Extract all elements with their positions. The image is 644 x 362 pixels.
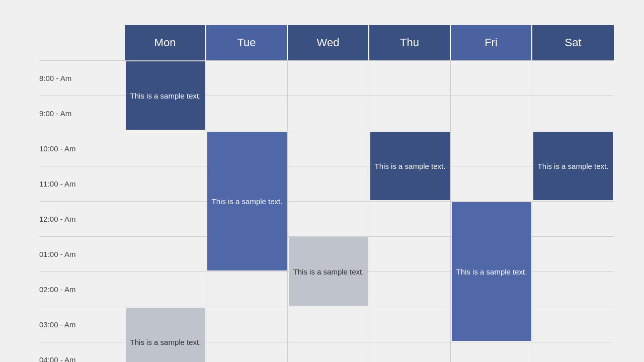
grid-cell: [451, 131, 532, 166]
event-wed-afternoon[interactable]: This is a sample text.: [289, 237, 368, 306]
time-label: 03:00 - Am: [39, 307, 125, 342]
grid-cell: [125, 201, 206, 236]
grid-cell: [206, 272, 288, 307]
grid-cell: [532, 236, 614, 272]
time-label: 8:00 - Am: [39, 60, 125, 96]
time-label: 11:00 - Am: [39, 166, 125, 201]
grid-cell: [125, 236, 206, 272]
day-header-mon: Mon: [125, 25, 206, 60]
time-header-spacer: [39, 25, 125, 60]
time-label: 10:00 - Am: [39, 131, 125, 166]
grid-rows: This is a sample text.This is a sample t…: [125, 60, 614, 362]
day-header-wed: Wed: [288, 25, 369, 60]
grid-cell: [532, 60, 614, 96]
grid-cell: [532, 342, 614, 362]
day-header-tue: Tue: [206, 25, 288, 60]
grid-cell: [369, 96, 451, 131]
grid-cell: [125, 166, 206, 201]
grid-cell: [288, 342, 369, 362]
day-headers: MonTueWedThuFriSat: [125, 25, 614, 60]
grid-cell: [288, 166, 369, 201]
event-mon-morning[interactable]: This is a sample text.: [126, 61, 205, 130]
time-label: 04:00 - Am: [39, 342, 125, 362]
grid-cell: [451, 96, 532, 131]
grid-cell: [125, 131, 206, 166]
grid-cell: [451, 60, 532, 96]
event-fri-afternoon[interactable]: This is a sample text.: [452, 202, 531, 341]
grid-cell: [369, 272, 451, 307]
time-column: 8:00 - Am9:00 - Am10:00 - Am11:00 - Am12…: [39, 25, 125, 362]
time-label: 12:00 - Am: [39, 201, 125, 236]
event-mon-afternoon[interactable]: This is a sample text.: [126, 308, 205, 362]
grid-cell: [369, 201, 451, 236]
grid-cell: [288, 307, 369, 342]
event-sat-midday[interactable]: This is a sample text.: [533, 132, 613, 200]
schedule: 8:00 - Am9:00 - Am10:00 - Am11:00 - Am12…: [39, 25, 614, 362]
grid-cell: [451, 342, 532, 362]
time-label: 01:00 - Am: [39, 236, 125, 272]
grid-cell: [369, 307, 451, 342]
event-thu-midday[interactable]: This is a sample text.: [370, 132, 450, 200]
grid-cell: [206, 307, 288, 342]
grid-cell: [369, 60, 451, 96]
grid-area: MonTueWedThuFriSat This is a sample text…: [125, 25, 614, 362]
time-label: 9:00 - Am: [39, 96, 125, 131]
grid-cell: [206, 342, 288, 362]
grid-cell: [288, 60, 369, 96]
grid-cell: [451, 166, 532, 201]
page-title: [0, 0, 644, 25]
grid-cell: [532, 201, 614, 236]
grid-cell: [532, 96, 614, 131]
grid-cell: [369, 342, 451, 362]
grid-cell: [288, 201, 369, 236]
grid-cell: [369, 236, 451, 272]
day-header-fri: Fri: [451, 25, 532, 60]
grid-cell: [532, 272, 614, 307]
day-header-thu: Thu: [369, 25, 451, 60]
grid-cell: [125, 272, 206, 307]
grid-cell: [532, 307, 614, 342]
time-label: 02:00 - Am: [39, 272, 125, 307]
day-header-sat: Sat: [532, 25, 614, 60]
event-tue-midday[interactable]: This is a sample text.: [207, 132, 287, 270]
grid-cell: [288, 96, 369, 131]
grid-cell: [206, 96, 288, 131]
grid-cell: [206, 60, 288, 96]
grid-cell: [288, 131, 369, 166]
